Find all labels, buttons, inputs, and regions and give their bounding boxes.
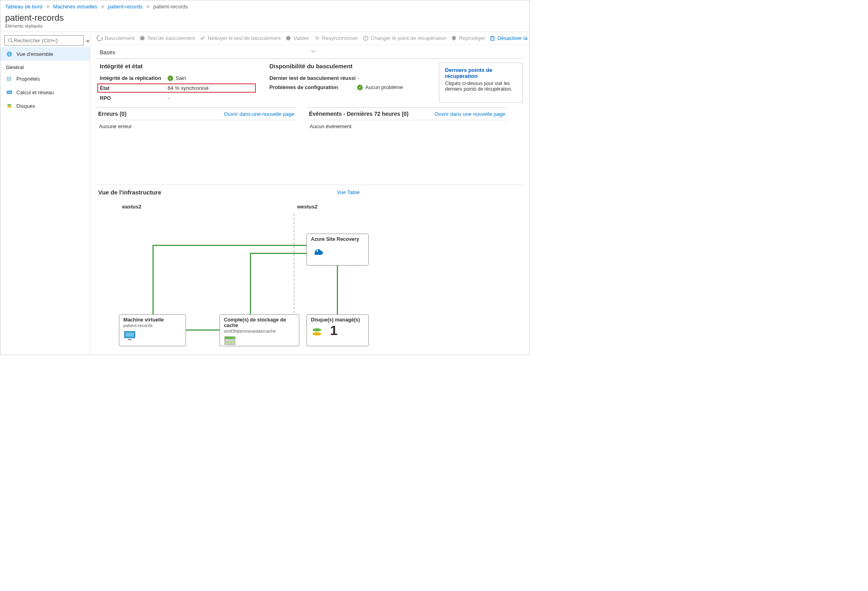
disable-replication-button[interactable]: Désactiver la réplication xyxy=(490,35,529,41)
search-input[interactable] xyxy=(14,38,81,44)
status-value: 64 % synchronisé xyxy=(168,85,209,91)
breadcrumb: Tableau de bord > Machines virtuelles > … xyxy=(0,0,529,12)
node-cache-storage[interactable]: Compte(s) de stockage de cache smd3hjlam… xyxy=(219,314,299,346)
svg-rect-26 xyxy=(225,341,235,343)
disk-count: 1 xyxy=(330,323,338,338)
sidebar-item-label: Vue d'ensemble xyxy=(16,51,53,57)
breadcrumb-link-resource[interactable]: patient-records xyxy=(108,4,142,10)
connector-line xyxy=(152,245,154,314)
svg-rect-14 xyxy=(491,37,494,40)
validate-button[interactable]: Valider xyxy=(285,35,309,41)
chevron-right-icon: > xyxy=(46,4,49,10)
errors-open-link[interactable]: Ouvrir dans une nouvelle page xyxy=(224,111,295,117)
events-panel: Événements - Dernières 72 heures (0) Ouv… xyxy=(307,107,507,133)
svg-rect-23 xyxy=(128,339,131,340)
disks-icon xyxy=(6,103,12,109)
events-open-link[interactable]: Ouvrir dans une nouvelle page xyxy=(435,111,505,117)
compute-icon xyxy=(6,89,12,95)
node-managed-disks[interactable]: Disque(s) managé(s) 1 xyxy=(306,314,369,346)
breadcrumb-link-vms[interactable]: Machines virtuelles xyxy=(53,4,97,10)
svg-line-1 xyxy=(11,41,12,42)
svg-point-11 xyxy=(140,36,144,40)
rpo-label: RPO xyxy=(100,95,168,101)
collapse-sidebar-button[interactable]: « xyxy=(86,37,89,44)
page-header: patient-records Éléments répliqués xyxy=(0,12,529,32)
sidebar-item-overview[interactable]: i Vue d'ensemble xyxy=(0,47,90,61)
node-azure-site-recovery[interactable]: Azure Site Recovery xyxy=(306,234,369,266)
main-area: Basculement Test de basculement Nettoyer… xyxy=(90,32,529,355)
svg-point-12 xyxy=(286,36,291,40)
svg-point-10 xyxy=(7,106,11,107)
health-column: Intégrité et état Intégrité de la réplic… xyxy=(100,63,253,103)
rpo-value: - xyxy=(168,95,169,101)
status-row-highlighted: État 64 % synchronisé xyxy=(97,83,256,93)
svg-text:i: i xyxy=(9,52,10,56)
connector-line xyxy=(250,253,306,254)
test-failover-button[interactable]: Test de basculement xyxy=(139,35,195,41)
connector-line xyxy=(337,266,338,314)
svg-rect-6 xyxy=(10,76,11,81)
properties-icon xyxy=(6,75,12,82)
failover-heading: Disponibilité du basculement xyxy=(269,63,423,69)
change-recovery-point-button[interactable]: Changer le point de récupération xyxy=(363,35,446,41)
sidebar: « i Vue d'ensemble Général Propriétés Ca… xyxy=(0,32,90,355)
disks-icon xyxy=(311,327,323,339)
chevron-down-icon[interactable]: ︾ xyxy=(311,49,316,56)
sidebar-item-label: Disques xyxy=(16,103,35,109)
node-title: Disque(s) managé(s) xyxy=(311,317,364,323)
connector-line xyxy=(250,253,251,314)
last-test-value: - xyxy=(357,75,359,81)
storage-icon xyxy=(224,336,295,347)
config-issues-value: Aucun problème xyxy=(365,84,403,90)
check-icon: ✓ xyxy=(168,75,173,81)
errors-body: Aucune erreur xyxy=(97,120,296,133)
svg-point-9 xyxy=(7,104,11,105)
recovery-points-card[interactable]: Derniers points de récupération Cliquez … xyxy=(439,63,523,103)
svg-point-27 xyxy=(312,328,321,331)
svg-rect-25 xyxy=(225,337,235,339)
events-title: Événements - Dernières 72 heures (0) xyxy=(309,111,409,117)
search-icon xyxy=(7,37,14,44)
chevron-right-icon: > xyxy=(101,4,104,10)
svg-rect-22 xyxy=(126,333,134,337)
health-heading: Intégrité et état xyxy=(100,63,253,69)
node-title: Machine virtuelle xyxy=(123,317,182,323)
page-title: patient-records xyxy=(5,13,524,23)
sidebar-item-label: Propriétés xyxy=(16,76,40,82)
recovery-card-title: Derniers points de récupération xyxy=(445,67,517,79)
breadcrumb-link-dashboard[interactable]: Tableau de bord xyxy=(5,4,42,10)
table-view-link[interactable]: Vue Table xyxy=(337,189,360,195)
replication-health-label: Intégrité de la réplication xyxy=(100,75,168,81)
errors-title: Erreurs (0) xyxy=(98,111,127,117)
sidebar-item-properties[interactable]: Propriétés xyxy=(0,72,90,85)
search-input-wrap[interactable] xyxy=(4,35,84,46)
bases-label: Bases xyxy=(100,49,115,56)
info-icon: i xyxy=(6,51,12,57)
svg-rect-4 xyxy=(7,76,8,81)
node-title: Azure Site Recovery xyxy=(311,236,364,242)
sidebar-item-compute[interactable]: Calcul et réseau xyxy=(0,85,90,99)
cloud-recovery-icon xyxy=(311,244,364,256)
bases-header[interactable]: Bases ︾ xyxy=(97,45,523,59)
recovery-card-body: Cliquez ci-dessus pour voir les derniers… xyxy=(445,81,517,92)
svg-point-0 xyxy=(8,38,12,42)
errors-panel: Erreurs (0) Ouvrir dans une nouvelle pag… xyxy=(97,107,296,133)
node-title: Compte(s) de stockage de cache xyxy=(224,317,295,328)
svg-point-28 xyxy=(312,332,321,335)
last-test-label: Dernier test de basculement réussi xyxy=(269,75,357,81)
svg-rect-5 xyxy=(8,76,9,81)
replication-health-value: Sain xyxy=(176,75,186,81)
sidebar-section-general: Général xyxy=(0,61,90,72)
cleanup-test-button[interactable]: Nettoyer le test de basculement xyxy=(200,35,281,41)
svg-rect-8 xyxy=(7,91,11,93)
failover-button[interactable]: Basculement xyxy=(97,35,134,41)
status-label: État xyxy=(100,85,168,91)
resync-button[interactable]: Resynchroniser xyxy=(314,35,358,41)
config-issues-label: Problèmes de configuration xyxy=(269,84,357,90)
reprotect-button[interactable]: Reprotéger xyxy=(451,35,485,41)
node-virtual-machine[interactable]: Machine virtuelle patient-records xyxy=(119,314,186,346)
sidebar-item-disks[interactable]: Disques xyxy=(0,99,90,113)
node-subtitle: patient-records xyxy=(123,323,182,328)
target-region-label: westus2 xyxy=(297,204,317,210)
chevron-right-icon: > xyxy=(146,4,150,10)
